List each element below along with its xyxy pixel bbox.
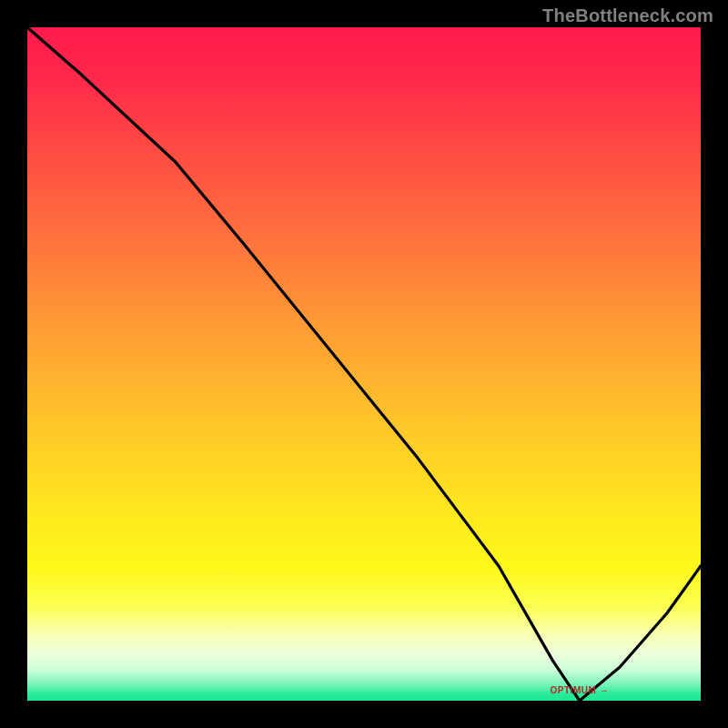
optimum-marker-label: OPTIMUM → [551,685,610,695]
chart-stage: TheBottleneck.com OPTIMUM → [0,0,728,728]
bottleneck-curve-line [27,27,701,701]
bottleneck-line-chart [27,27,701,701]
plot-area: OPTIMUM → [27,27,701,701]
watermark-text: TheBottleneck.com [542,5,713,26]
